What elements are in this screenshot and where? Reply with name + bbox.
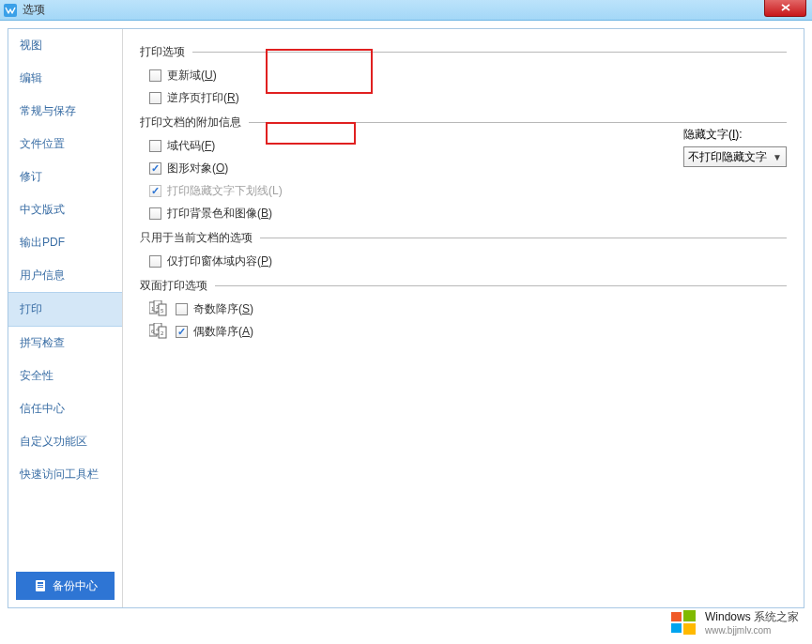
- sidebar-item-trust-center[interactable]: 信任中心: [8, 392, 122, 425]
- checkbox-odd-desc[interactable]: [176, 303, 188, 315]
- sidebar-item-user-info[interactable]: 用户信息: [8, 259, 122, 292]
- close-icon: [781, 4, 790, 11]
- option-background[interactable]: 打印背景色和图像(B): [140, 202, 787, 224]
- sidebar-item-output-pdf[interactable]: 输出PDF: [8, 226, 122, 259]
- svg-rect-20: [683, 623, 696, 635]
- svg-rect-2: [38, 582, 43, 584]
- checkbox-hidden-underline: [149, 185, 161, 197]
- main-panel: 打印选项 更新域(U) 逆序页打印(R) 打印文档的附加信息 域代码(F) 图形…: [123, 29, 804, 607]
- sidebar-item-quick-access[interactable]: 快速访问工具栏: [8, 458, 122, 491]
- checkbox-field-codes[interactable]: [149, 140, 161, 152]
- section-duplex-title: 双面打印选项: [140, 278, 787, 294]
- odd-pages-icon: 1 3 5: [149, 300, 170, 317]
- hidden-text-select[interactable]: 不打印隐藏文字 ▼: [683, 146, 787, 167]
- sidebar-item-print[interactable]: 打印: [8, 292, 122, 327]
- sidebar-item-chinese-layout[interactable]: 中文版式: [8, 193, 122, 226]
- sidebar-item-spelling[interactable]: 拼写检查: [8, 327, 122, 360]
- chevron-down-icon: ▼: [773, 152, 782, 162]
- sidebar-item-edit[interactable]: 编辑: [8, 62, 122, 95]
- sidebar-list: 视图 编辑 常规与保存 文件位置 修订 中文版式 输出PDF 用户信息 打印 拼…: [8, 29, 122, 564]
- close-button[interactable]: [764, 0, 806, 17]
- sidebar-item-revision[interactable]: 修订: [8, 161, 122, 193]
- sidebar: 视图 编辑 常规与保存 文件位置 修订 中文版式 输出PDF 用户信息 打印 拼…: [8, 29, 123, 607]
- option-hidden-underline: 打印隐藏文字下划线(L): [140, 179, 787, 202]
- hidden-text-block: 隐藏文字(I): 不打印隐藏文字 ▼: [683, 127, 787, 167]
- svg-rect-19: [671, 623, 682, 633]
- checkbox-drawing-objects[interactable]: [149, 162, 161, 175]
- dialog-title: 选项: [23, 2, 45, 18]
- sidebar-item-view[interactable]: 视图: [8, 29, 122, 62]
- windows-logo-icon: [669, 608, 697, 636]
- backup-label: 备份中心: [53, 578, 98, 594]
- even-pages-icon: 6 4 2: [149, 323, 170, 340]
- sidebar-item-file-location[interactable]: 文件位置: [8, 128, 122, 161]
- svg-rect-17: [671, 612, 682, 621]
- option-even-desc[interactable]: 6 4 2 偶数降序(A): [140, 320, 787, 343]
- section-print-options-title: 打印选项: [140, 44, 787, 60]
- option-reverse-order[interactable]: 逆序页打印(R): [140, 86, 787, 109]
- svg-rect-18: [683, 610, 696, 621]
- svg-rect-3: [38, 585, 43, 586]
- section-current-doc-title: 只用于当前文档的选项: [140, 230, 787, 246]
- checkbox-even-desc[interactable]: [176, 326, 188, 338]
- hidden-text-value: 不打印隐藏文字: [688, 149, 767, 165]
- sidebar-item-general-save[interactable]: 常规与保存: [8, 95, 122, 128]
- backup-center-button[interactable]: 备份中心: [16, 572, 115, 600]
- watermark: Windows 系统之家 www.bjjmlv.com: [669, 608, 799, 636]
- checkbox-background[interactable]: [149, 207, 161, 220]
- checkbox-update-fields[interactable]: [149, 69, 161, 82]
- sidebar-item-customize-ribbon[interactable]: 自定义功能区: [8, 425, 122, 458]
- checkbox-reverse-order[interactable]: [149, 92, 161, 104]
- svg-rect-4: [38, 587, 43, 588]
- checkbox-form-fields[interactable]: [149, 255, 161, 268]
- backup-icon: [34, 579, 47, 592]
- option-form-fields[interactable]: 仅打印窗体域内容(P): [140, 250, 787, 272]
- dialog-body: 视图 编辑 常规与保存 文件位置 修订 中文版式 输出PDF 用户信息 打印 拼…: [8, 28, 804, 608]
- option-update-fields[interactable]: 更新域(U): [140, 64, 787, 86]
- sidebar-item-security[interactable]: 安全性: [8, 360, 122, 392]
- titlebar: 选项: [0, 0, 812, 21]
- app-icon: [4, 4, 17, 17]
- hidden-text-label: 隐藏文字(I):: [683, 127, 787, 143]
- option-odd-desc[interactable]: 1 3 5 奇数降序(S): [140, 298, 787, 320]
